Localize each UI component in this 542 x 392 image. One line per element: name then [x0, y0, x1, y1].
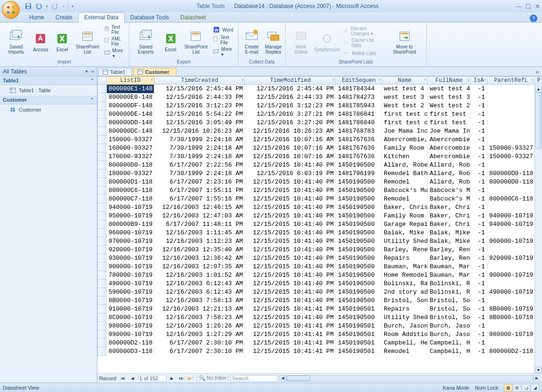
grid-cell[interactable]: 800000C7-118	[106, 195, 154, 203]
column-dropdown-icon[interactable]: ▾	[241, 78, 244, 82]
grid-cell[interactable]: 800000DE-148	[106, 110, 154, 119]
grid-cell[interactable]: 12/15/2015 10:41:40 PM	[245, 280, 336, 288]
row-selector[interactable]	[98, 254, 107, 263]
grid-cell[interactable]: 900000-10719	[487, 271, 535, 280]
grid-cell[interactable]: 590000-10719	[106, 288, 154, 296]
move-sharepoint-button[interactable]: Move to SharePoint	[385, 27, 423, 56]
grid-cell[interactable]: Burch, Jason	[428, 322, 470, 330]
grid-cell[interactable]: -1	[470, 161, 487, 169]
scroll-up-icon[interactable]: ▲	[535, 86, 542, 92]
scroll-right-icon[interactable]: ▶	[534, 375, 540, 382]
grid-cell[interactable]: -1	[470, 220, 487, 229]
row-selector[interactable]	[98, 212, 107, 220]
column-dropdown-icon[interactable]: ▾	[532, 78, 534, 82]
grid-cell[interactable]: 1481784344	[336, 85, 382, 93]
grid-cell[interactable]: 7/30/1999 2:24:18 AM	[154, 169, 245, 178]
grid-cell[interactable]: 12/15/2016 10:26:23 AM	[154, 127, 245, 136]
redo-dropdown-icon[interactable]: ▼	[62, 5, 65, 8]
grid-cell[interactable]: 910000-10719	[106, 305, 154, 313]
grid-cell[interactable]: 1481786841	[336, 110, 382, 119]
grid-cell[interactable]: 12/16/2003 7:58:13 AM	[154, 296, 245, 305]
tab-external-data[interactable]: External Data	[78, 12, 125, 23]
undo-dropdown-icon[interactable]: ▼	[45, 5, 48, 8]
grid-cell[interactable]: Joe Mama Inc	[382, 127, 428, 136]
grid-cell[interactable]: 12/15/2015 10:41:40 PM	[245, 161, 336, 169]
doc-tab[interactable]: Table1	[98, 68, 132, 76]
grid-cell[interactable]: 800000C6-118	[106, 186, 154, 195]
grid-cell[interactable]: Family Room	[382, 212, 428, 220]
row-selector[interactable]	[98, 305, 107, 313]
work-online-button[interactable]: Work Online	[288, 27, 313, 56]
column-header[interactable]: TimeModified▾	[245, 77, 336, 85]
synchronize-button[interactable]: Synchronize	[314, 30, 340, 53]
grid-cell[interactable]: 12/15/2016 3:27:20 PM	[245, 119, 336, 127]
grid-cell[interactable]: 1450190501	[336, 305, 382, 313]
row-selector[interactable]	[98, 161, 107, 169]
grid-cell[interactable]: Burch, Jason	[428, 330, 470, 339]
grid-cell[interactable]: 160000-93327	[106, 144, 154, 152]
column-header[interactable]: IsA▾	[470, 77, 487, 85]
grid-cell[interactable]: 12/16/2003 1:11:45 AM	[154, 229, 245, 237]
grid-cell[interactable]: first test c	[428, 119, 470, 127]
grid-cell[interactable]: 980000-10719	[487, 330, 535, 339]
grid-cell[interactable]: 6/17/2007 2:30:10 PM	[154, 347, 245, 356]
grid-cell[interactable]: 800000B9-119	[106, 220, 154, 229]
grid-cell[interactable]: Room Additio	[382, 330, 428, 339]
grid-cell[interactable]: 12/16/2003 1:26:26 AM	[154, 322, 245, 330]
grid-cell[interactable]: Barley, Rene	[382, 246, 428, 254]
row-selector[interactable]	[98, 296, 107, 305]
grid-cell[interactable]: west test 4	[382, 85, 428, 93]
grid-cell[interactable]: 800000D2-118	[106, 339, 154, 347]
grid-cell[interactable]: -1	[470, 271, 487, 280]
grid-cell[interactable]: 1450190501	[336, 339, 382, 347]
design-view-icon[interactable]: ◢	[531, 384, 539, 392]
grid-cell[interactable]: 1450190500	[336, 203, 382, 212]
column-header[interactable]: TimeCreated▾	[154, 77, 245, 85]
row-selector[interactable]	[98, 313, 107, 322]
grid-cell[interactable]: Babcock's Mu	[382, 186, 428, 195]
grid-cell[interactable]	[487, 136, 535, 144]
grid-cell[interactable]: 1450190500	[336, 254, 382, 263]
grid-cell[interactable]: 1450190500	[336, 313, 382, 322]
grid-cell[interactable]	[487, 127, 535, 136]
grid-cell[interactable]: 800000E1-148	[106, 85, 154, 93]
column-header[interactable]: ListID▾	[106, 77, 154, 85]
export-text-file-button[interactable]: Text File	[211, 34, 235, 46]
grid-cell[interactable]: Bristol, Son	[428, 305, 470, 313]
column-dropdown-icon[interactable]: ▾	[467, 78, 470, 82]
minimize-icon[interactable]: —	[516, 3, 522, 10]
grid-cell[interactable]: 1481767636	[336, 152, 382, 161]
grid-cell[interactable]: Baker, Chris	[428, 220, 470, 229]
nav-item[interactable]: Table1 : Table	[0, 85, 97, 96]
grid-cell[interactable]: Bauman, Mark	[382, 263, 428, 271]
nav-dropdown-icon[interactable]: ▼	[85, 69, 89, 74]
grid-cell[interactable]: 1450190500	[336, 212, 382, 220]
column-dropdown-icon[interactable]: ▾	[484, 78, 486, 82]
last-record-icon[interactable]: ⏭	[178, 375, 185, 382]
grid-cell[interactable]: -1	[470, 152, 487, 161]
select-all-cell[interactable]	[98, 77, 107, 85]
qat-customize-icon[interactable]: ▼	[71, 5, 74, 8]
grid-cell[interactable]: first test c	[382, 110, 428, 119]
grid-cell[interactable]: Allard, Robe	[428, 178, 470, 186]
grid-cell[interactable]: 1450190500	[336, 178, 382, 186]
grid-cell[interactable]: 12/16/2003 12:21:13 AM	[154, 305, 245, 313]
grid-cell[interactable]: 150000-93327	[487, 152, 535, 161]
row-selector[interactable]	[98, 271, 107, 280]
grid-cell[interactable]: 12/15/2015 10:41:41 PM	[245, 339, 336, 347]
column-header[interactable]: P▾	[535, 77, 542, 85]
grid-cell[interactable]: -1	[470, 136, 487, 144]
grid-cell[interactable]	[487, 296, 535, 305]
grid-cell[interactable]: -1	[470, 339, 487, 347]
grid-cell[interactable]: Bristol, Son	[428, 296, 470, 305]
grid-cell[interactable]: 800000D0-118	[106, 161, 154, 169]
row-selector[interactable]	[98, 102, 107, 110]
grid-cell[interactable]: Balak, Mike	[382, 229, 428, 237]
help-icon[interactable]: ?	[530, 15, 537, 22]
grid-cell[interactable]: Bristol, Son	[428, 313, 470, 322]
grid-cell[interactable]: 6/17/2007 2:30:10 PM	[154, 339, 245, 347]
grid-cell[interactable]	[487, 186, 535, 195]
grid-cell[interactable]: Remodel	[382, 178, 428, 186]
grid-cell[interactable]: 1450190500	[336, 229, 382, 237]
scroll-down-icon[interactable]: ▼	[535, 367, 542, 373]
